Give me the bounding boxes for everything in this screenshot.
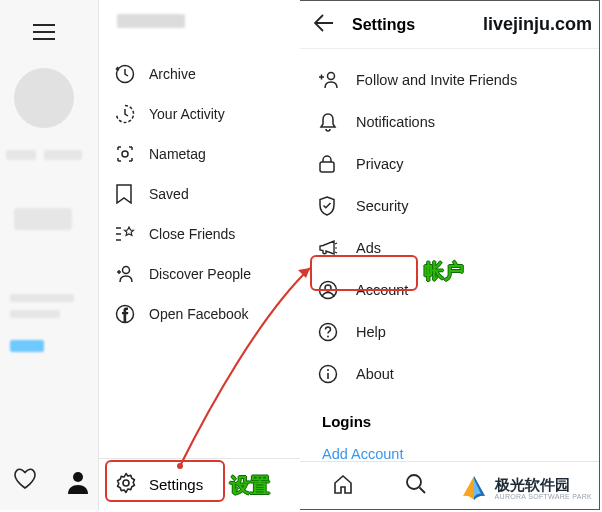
annotation-label-settings: 设置	[230, 472, 270, 499]
heart-icon[interactable]	[12, 466, 38, 494]
search-icon[interactable]	[405, 473, 427, 499]
menu-item-saved[interactable]: Saved	[99, 174, 300, 214]
settings-label: Help	[356, 324, 386, 340]
site-logo-watermark: 极光软件园 AURORA SOFTWARE PARK	[455, 472, 596, 506]
menu-label: Archive	[149, 66, 196, 82]
svg-point-2	[122, 151, 128, 157]
menu-label: Saved	[149, 186, 189, 202]
logo-text-cn: 极光软件园	[495, 477, 592, 493]
settings-label: Follow and Invite Friends	[356, 72, 517, 88]
info-icon	[318, 364, 344, 384]
svg-rect-7	[320, 162, 334, 172]
menu-list: Archive Your Activity Nametag Saved	[99, 48, 300, 340]
activity-icon	[115, 104, 141, 124]
settings-item-notifications[interactable]: Notifications	[300, 101, 599, 143]
settings-item-privacy[interactable]: Privacy	[300, 143, 599, 185]
nametag-icon	[115, 144, 141, 164]
svg-point-5	[123, 480, 129, 486]
settings-title: Settings	[352, 16, 415, 34]
home-icon[interactable]	[332, 473, 354, 499]
menu-item-facebook[interactable]: Open Facebook	[99, 294, 300, 334]
help-icon	[318, 322, 344, 342]
blurred-stat	[44, 150, 82, 160]
blurred-text	[10, 310, 60, 318]
shield-icon	[318, 196, 344, 216]
svg-point-13	[327, 369, 329, 371]
svg-point-14	[407, 475, 421, 489]
right-screenshot: Settings Follow and Invite Friends Notif…	[300, 0, 600, 510]
logins-header: Logins	[300, 395, 599, 436]
annotation-label-account: 帐户	[424, 258, 464, 285]
gear-icon	[115, 472, 141, 498]
menu-item-nametag[interactable]: Nametag	[99, 134, 300, 174]
saved-icon	[115, 184, 141, 204]
settings-label: About	[356, 366, 394, 382]
back-icon[interactable]	[314, 14, 338, 36]
profile-nav-icon[interactable]	[67, 470, 89, 498]
megaphone-icon	[318, 239, 344, 257]
watermark-text: livejinju.com	[483, 14, 592, 35]
blurred-text	[10, 294, 74, 302]
logo-icon	[459, 474, 489, 504]
settings-label: Security	[356, 198, 408, 214]
blurred-button	[14, 208, 72, 230]
settings-label: Ads	[356, 240, 381, 256]
menu-label: Close Friends	[149, 226, 235, 242]
blurred-stat	[6, 150, 36, 160]
logo-text-en: AURORA SOFTWARE PARK	[495, 493, 592, 500]
menu-label: Discover People	[149, 266, 251, 282]
settings-item-invite[interactable]: Follow and Invite Friends	[300, 59, 599, 101]
menu-label: Open Facebook	[149, 306, 249, 322]
settings-label: Notifications	[356, 114, 435, 130]
settings-label: Account	[356, 282, 408, 298]
settings-item-about[interactable]: About	[300, 353, 599, 395]
left-screenshot: Archive Your Activity Nametag Saved	[0, 0, 300, 510]
menu-item-close-friends[interactable]: Close Friends	[99, 214, 300, 254]
hamburger-icon[interactable]	[33, 24, 55, 44]
avatar[interactable]	[14, 68, 74, 128]
account-icon	[318, 280, 344, 300]
hamburger-menu-panel: Archive Your Activity Nametag Saved	[98, 0, 300, 510]
svg-point-11	[327, 336, 329, 338]
svg-point-9	[325, 285, 331, 291]
invite-icon	[318, 70, 344, 90]
settings-item-security[interactable]: Security	[300, 185, 599, 227]
menu-item-activity[interactable]: Your Activity	[99, 94, 300, 134]
settings-label: Settings	[149, 476, 203, 493]
close-friends-icon	[115, 224, 141, 244]
settings-label: Privacy	[356, 156, 404, 172]
blurred-link	[10, 340, 44, 352]
username-blurred	[117, 14, 185, 28]
archive-icon	[115, 64, 141, 84]
menu-item-archive[interactable]: Archive	[99, 54, 300, 94]
menu-item-discover[interactable]: Discover People	[99, 254, 300, 294]
svg-point-0	[73, 472, 83, 482]
svg-point-6	[328, 73, 335, 80]
bell-icon	[318, 112, 344, 132]
menu-header	[99, 0, 300, 48]
menu-label: Nametag	[149, 146, 206, 162]
svg-point-3	[123, 267, 130, 274]
discover-icon	[115, 264, 141, 284]
menu-label: Your Activity	[149, 106, 225, 122]
lock-icon	[318, 154, 344, 174]
facebook-icon	[115, 304, 141, 324]
settings-item-help[interactable]: Help	[300, 311, 599, 353]
